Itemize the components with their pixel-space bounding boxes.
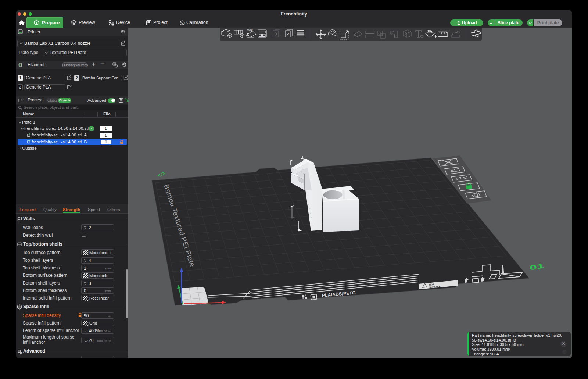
svg-text:P: P	[287, 32, 289, 36]
svg-text:AUTO: AUTO	[247, 29, 253, 31]
